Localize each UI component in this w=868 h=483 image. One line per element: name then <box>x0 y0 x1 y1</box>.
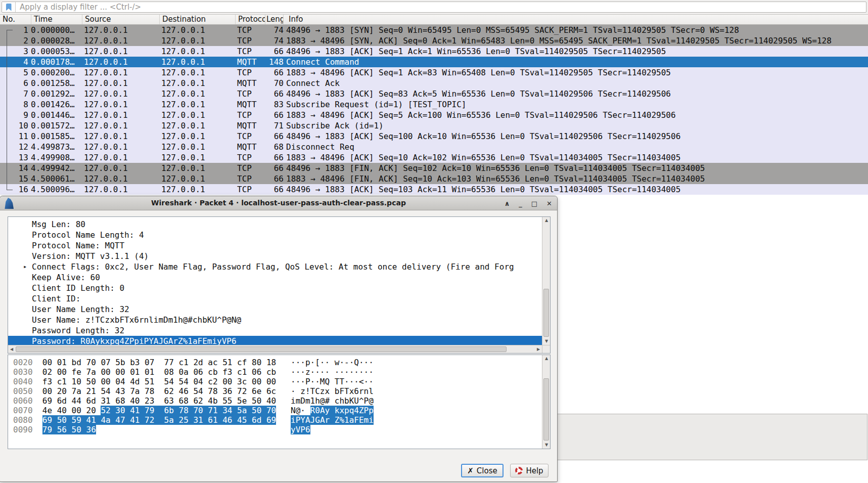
cell-info: 48496 → 1883 [ACK] Seq=103 Ack=11 Win=65… <box>284 184 868 195</box>
detail-hscroll-thumb[interactable] <box>16 346 507 352</box>
scroll-up-icon[interactable]: ▲ <box>542 217 551 224</box>
detail-line[interactable]: ▸Connect Flags: 0xc2, User Name Flag, Pa… <box>8 261 542 272</box>
dialog-title: Wireshark · Packet 4 · localhost-user-pa… <box>0 196 557 210</box>
maximize-icon[interactable]: □ <box>531 200 537 207</box>
column-header-info[interactable]: Info <box>284 15 868 24</box>
detail-line[interactable]: Client ID: <box>8 293 542 304</box>
packet-row[interactable]: 90.001446…127.0.0.1127.0.0.1TCP661883 → … <box>0 110 868 120</box>
hex-offset: 0060 <box>13 396 33 406</box>
detail-line[interactable]: User Name: z!TCzxbFTx6rnlimDm1h@#chbKU^P… <box>8 315 542 325</box>
packet-row[interactable]: 40.000178…127.0.0.1127.0.0.1MQTT148Conne… <box>0 57 868 67</box>
scroll-up-icon[interactable]: ▲ <box>542 355 551 362</box>
scroll-down-icon[interactable]: ▼ <box>542 442 551 449</box>
packet-row[interactable]: 164.500096…127.0.0.1127.0.0.1TCP6648496 … <box>0 184 868 195</box>
cell-source: 127.0.0.1 <box>84 184 161 195</box>
scroll-left-icon[interactable]: ◀ <box>8 345 15 354</box>
packet-row[interactable]: 154.500061…127.0.0.1127.0.0.1TCP661883 →… <box>0 173 868 184</box>
hex-row[interactable]: 0070 4e 40 00 20 52 30 41 79 6b 78 70 71… <box>8 406 542 415</box>
hex-scroll-thumb[interactable] <box>543 378 549 441</box>
hex-row[interactable]: 0040 f3 c1 10 50 00 04 4d 51 54 54 04 c2… <box>8 377 542 386</box>
scroll-right-icon[interactable]: ▶ <box>535 345 542 354</box>
cell-time: 0.001426… <box>31 99 84 110</box>
packet-row[interactable]: 50.000200…127.0.0.1127.0.0.1TCP661883 → … <box>0 67 868 78</box>
cell-source: 127.0.0.1 <box>84 67 161 78</box>
hex-row[interactable]: 0030 02 00 fe 7a 00 00 01 01 08 0a 06 cb… <box>8 367 542 377</box>
detail-line[interactable]: Msg Len: 80 <box>8 219 542 230</box>
detail-scroll-thumb[interactable] <box>543 289 549 337</box>
detail-line[interactable]: User Name Length: 32 <box>8 304 542 315</box>
detail-line-selected[interactable]: Password: R0Aykxpq4ZPpiPYAJGArZ%1aFEmiyV… <box>8 336 542 345</box>
hex-row[interactable]: 0080 69 50 59 41 4a 47 41 72 5a 25 31 61… <box>8 415 542 425</box>
close-icon[interactable]: ✕ <box>546 200 552 207</box>
cell-protocol: TCP <box>237 163 265 173</box>
cell-protocol: TCP <box>237 35 265 46</box>
packet-row[interactable]: 110.001585…127.0.0.1127.0.0.1TCP6648496 … <box>0 131 868 142</box>
shade-icon[interactable]: ∧ <box>505 200 510 207</box>
column-header-source[interactable]: Source <box>82 15 160 24</box>
cell-time: 0.000178… <box>31 57 84 67</box>
packet-row[interactable]: 20.000028…127.0.0.1127.0.0.1TCP741883 → … <box>0 35 868 46</box>
cell-protocol: TCP <box>237 89 265 99</box>
detail-line[interactable]: Password Length: 32 <box>8 325 542 336</box>
packet-row[interactable]: 10.000000…127.0.0.1127.0.0.1TCP7448496 →… <box>0 25 868 35</box>
packet-row[interactable]: 30.000053…127.0.0.1127.0.0.1TCP6648496 →… <box>0 46 868 57</box>
cell-length: 68 <box>265 142 284 152</box>
cell-no: 10 <box>0 120 28 131</box>
cell-time: 0.000053… <box>31 46 84 57</box>
detail-horizontal-scrollbar[interactable]: ◀ ▶ <box>8 345 542 353</box>
scroll-down-icon[interactable]: ▼ <box>542 338 551 345</box>
detail-line[interactable]: Protocol Name Length: 4 <box>8 230 542 240</box>
packet-row[interactable]: 60.001258…127.0.0.1127.0.0.1MQTT70Connec… <box>0 78 868 89</box>
hex-row[interactable]: 0060 69 6d 44 6d 31 68 40 23 63 68 62 4b… <box>8 396 542 406</box>
ascii-bytes: · z!TCzx bFTx6rnl <box>276 386 374 396</box>
cell-info: 1883 → 48496 [FIN, ACK] Seq=10 Ack=103 W… <box>284 173 868 184</box>
detail-line[interactable]: Version: MQTT v3.1.1 (4) <box>8 251 542 261</box>
packet-row[interactable]: 80.001426…127.0.0.1127.0.0.1MQTT83Subscr… <box>0 99 868 110</box>
related-packets-line <box>7 30 7 190</box>
cell-length: 71 <box>265 120 284 131</box>
column-header-length[interactable]: Length <box>265 15 284 24</box>
cell-no: 16 <box>0 184 28 195</box>
cell-length: 66 <box>265 110 284 120</box>
display-filter-input[interactable]: Apply a display filter ... <Ctrl-/> <box>2 2 866 13</box>
column-header-protocol[interactable]: Protocol <box>236 15 265 24</box>
cell-info: Subscribe Ack (id=1) <box>284 120 868 131</box>
detail-line[interactable]: Keep Alive: 60 <box>8 272 542 283</box>
last-packet-mark <box>7 190 13 190</box>
cell-destination: 127.0.0.1 <box>161 35 237 46</box>
ascii-bytes-highlighted: iPYAJGAr Z%1aFEmi <box>291 415 374 425</box>
hex-row[interactable]: 0090 79 56 50 36 yVP6 <box>8 425 542 434</box>
packet-row[interactable]: 124.499873…127.0.0.1127.0.0.1MQTT68Disco… <box>0 142 868 152</box>
packet-row[interactable]: 70.001292…127.0.0.1127.0.0.1TCP6648496 →… <box>0 89 868 99</box>
packet-row[interactable]: 134.499908…127.0.0.1127.0.0.1TCP661883 →… <box>0 152 868 163</box>
detail-line[interactable]: Client ID Length: 0 <box>8 283 542 293</box>
cell-no: 9 <box>0 110 28 120</box>
detail-line[interactable]: Protocol Name: MQTT <box>8 240 542 251</box>
dialog-titlebar[interactable]: Wireshark · Packet 4 · localhost-user-pa… <box>0 196 557 210</box>
detail-vertical-scrollbar[interactable]: ▲ ▼ <box>542 217 550 345</box>
ascii-bytes: N@· <box>276 406 310 415</box>
cell-protocol: TCP <box>237 46 265 57</box>
column-header-time[interactable]: Time <box>31 15 82 24</box>
hex-row[interactable]: 0020 00 01 bd 70 07 5b b3 07 77 c1 2d ac… <box>8 358 542 367</box>
filter-bookmark-button[interactable] <box>2 2 16 12</box>
column-header-destination[interactable]: Destination <box>160 15 236 24</box>
cell-protocol: TCP <box>237 173 265 184</box>
cell-source: 127.0.0.1 <box>84 89 161 99</box>
packet-row[interactable]: 144.499942…127.0.0.1127.0.0.1TCP6648496 … <box>0 163 868 173</box>
help-button[interactable]: Help <box>510 464 549 477</box>
column-header-no[interactable]: No. <box>0 15 31 24</box>
cell-source: 127.0.0.1 <box>84 152 161 163</box>
minimize-icon[interactable]: _ <box>519 200 522 207</box>
cell-protocol: TCP <box>237 184 265 195</box>
hex-bytes <box>33 415 42 425</box>
expander-icon[interactable]: ▸ <box>23 261 27 272</box>
hex-vertical-scrollbar[interactable]: ▲ ▼ <box>542 355 550 449</box>
cell-protocol: TCP <box>237 152 265 163</box>
close-button[interactable]: ✗ Close <box>461 464 504 477</box>
cell-destination: 127.0.0.1 <box>161 110 237 120</box>
cell-time: 0.000028… <box>31 35 84 46</box>
cell-info: 48496 → 1883 [ACK] Seq=83 Ack=5 Win=6553… <box>284 89 868 99</box>
packet-row[interactable]: 100.001572…127.0.0.1127.0.0.1MQTT71Subsc… <box>0 120 868 131</box>
hex-row[interactable]: 0050 00 20 7a 21 54 43 7a 78 62 46 54 78… <box>8 386 542 396</box>
